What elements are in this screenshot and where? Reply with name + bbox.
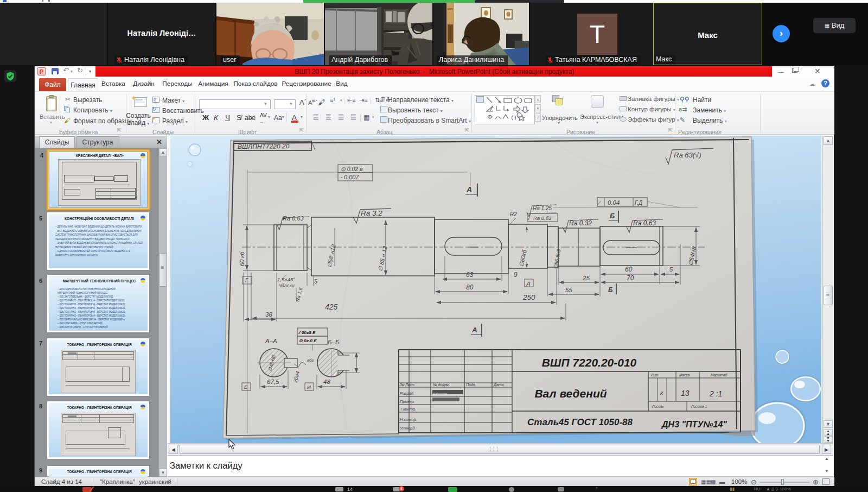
svg-text:Б: Б xyxy=(610,212,615,220)
svg-text:Чдаски: Чдаски xyxy=(278,283,295,288)
svg-text:70: 70 xyxy=(627,274,634,282)
svg-text:Дата: Дата xyxy=(493,383,504,387)
svg-text:ДН3 "ПТУ№14": ДН3 "ПТУ№14" xyxy=(661,420,727,429)
svg-text:425: 425 xyxy=(325,302,338,311)
svg-text:Ra 0,б3: Ra 0,б3 xyxy=(533,215,552,221)
svg-text:5: 5 xyxy=(314,278,318,285)
svg-text:Подп.: Подп. xyxy=(466,383,476,387)
svg-text:Провер.: Провер. xyxy=(400,399,415,404)
svg-text:55: 55 xyxy=(565,287,572,293)
svg-text:Малоштан: Малоштан xyxy=(433,392,448,395)
svg-text:Масштаб: Масштаб xyxy=(711,373,727,377)
svg-text:Ra 0.63: Ra 0.63 xyxy=(633,219,656,227)
svg-text:Ra 3.2: Ra 3.2 xyxy=(361,209,382,217)
svg-text:Б–Б: Б–Б xyxy=(328,339,340,345)
svg-text:Н.контр.: Н.контр. xyxy=(400,417,417,422)
svg-text:֊ 0.007: ֊ 0.007 xyxy=(340,174,359,180)
svg-text:Листов 1: Листов 1 xyxy=(691,405,707,408)
svg-text:1,5×45°: 1,5×45° xyxy=(277,276,295,282)
svg-text:№ докум.: № докум. xyxy=(433,383,450,387)
svg-text:Г,Д: Г,Д xyxy=(635,200,642,206)
svg-text:Масса: Масса xyxy=(679,373,690,377)
svg-text:Т.контр.: Т.контр. xyxy=(400,407,416,412)
svg-text:250: 250 xyxy=(522,293,535,301)
svg-text:25: 25 xyxy=(582,275,590,281)
svg-text:9: 9 xyxy=(514,271,518,279)
svg-text:63: 63 xyxy=(466,271,474,279)
svg-text:80: 80 xyxy=(466,283,474,291)
svg-text:И: И xyxy=(307,384,311,390)
svg-text:Ra 1.25: Ra 1.25 xyxy=(533,205,552,211)
svg-text:67,5: 67,5 xyxy=(267,379,279,385)
svg-text:ВШЛПНТ7220 20: ВШЛПНТ7220 20 xyxy=(238,142,290,150)
svg-text:Сталь45 ГОСТ 1050-88: Сталь45 ГОСТ 1050-88 xyxy=(527,417,633,427)
svg-text:Ra 0,63: Ra 0,63 xyxy=(283,215,304,222)
svg-text:ВШП 7220.20-010: ВШП 7220.20-010 xyxy=(542,356,637,369)
svg-text:0.04: 0.04 xyxy=(608,199,620,206)
svg-text:к: к xyxy=(660,389,663,396)
svg-text:60 кб: 60 кб xyxy=(239,251,245,266)
svg-text:Д: Д xyxy=(526,280,531,286)
svg-text:48: 48 xyxy=(323,379,330,385)
svg-text:Листы: Листы xyxy=(652,405,664,408)
svg-text:⊙ бк.б Е: ⊙ бк.б Е xyxy=(299,338,317,343)
svg-text:⊙ 0.02 в: ⊙ 0.02 в xyxy=(341,166,363,172)
svg-text:А: А xyxy=(466,185,472,194)
svg-text:Б: Б xyxy=(608,286,613,294)
svg-text:13: 13 xyxy=(681,389,690,398)
svg-text:R2: R2 xyxy=(510,211,517,217)
svg-text:вбз: вбз xyxy=(307,358,314,363)
svg-text:А: А xyxy=(471,326,477,334)
svg-text:Е: Е xyxy=(244,384,248,390)
svg-text:60: 60 xyxy=(625,266,633,273)
svg-text:Утверд.: Утверд. xyxy=(399,426,416,431)
svg-text:Зм Лист: Зм Лист xyxy=(400,383,415,387)
svg-text:Ra 0.32: Ra 0.32 xyxy=(569,219,592,227)
svg-text:2 :1: 2 :1 xyxy=(709,389,722,398)
svg-text:38: 38 xyxy=(265,311,272,318)
svg-text:А–А: А–А xyxy=(265,338,277,344)
svg-text:Вал ведений: Вал ведений xyxy=(534,387,607,400)
svg-text:Ra 63(√): Ra 63(√) xyxy=(674,151,701,159)
svg-text:Разраб.: Разраб. xyxy=(400,391,414,396)
svg-text:Лит.: Лит. xyxy=(650,373,659,377)
svg-text:5: 5 xyxy=(669,266,673,273)
svg-text:∕∕ 0бк5 Е: ∕∕ 0бк5 Е xyxy=(298,330,316,335)
